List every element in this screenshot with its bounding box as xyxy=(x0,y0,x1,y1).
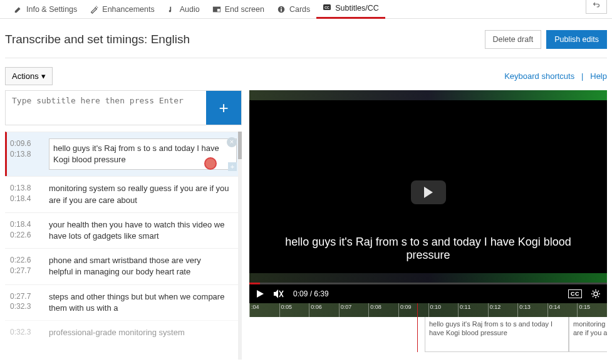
timeline-tick: 0:08 xyxy=(368,303,381,317)
subtitle-times: 0:32.3 xyxy=(10,327,41,338)
timeline-tick: 0:10 xyxy=(428,303,442,317)
delete-subtitle-button[interactable]: × xyxy=(227,137,237,147)
timeline-ruler[interactable]: :040:050:060:070:080:090:100:110:120:130… xyxy=(249,303,607,317)
revert-arrow-icon xyxy=(591,1,601,9)
timeline-segment[interactable]: hello guys it's Raj from s to s and toda… xyxy=(425,317,569,352)
video-controls: 0:09 / 6:39 CC xyxy=(249,284,607,303)
cc-toggle-button[interactable]: CC xyxy=(568,289,582,298)
plus-small-icon: + xyxy=(231,162,234,172)
timeline-tick: :04 xyxy=(249,303,259,317)
plus-icon: + xyxy=(219,98,228,118)
editor-tabs: Info & Settings Enhancements Audio End s… xyxy=(0,0,612,19)
timeline-tick: 0:12 xyxy=(488,303,501,317)
subtitle-text: professional-grade monitoring system xyxy=(49,327,237,338)
toolbar-row: Actions ▾ Keyboard shortcuts | Help xyxy=(0,58,612,90)
keyboard-shortcuts-link[interactable]: Keyboard shortcuts xyxy=(504,71,574,81)
subtitle-times: 0:18.40:22.6 xyxy=(10,219,41,242)
endscreen-icon xyxy=(212,5,221,14)
tab-info-settings[interactable]: Info & Settings xyxy=(8,0,83,19)
svg-text:CC: CC xyxy=(324,6,329,9)
subtitle-times: 0:27.70:32.3 xyxy=(10,291,41,314)
svg-rect-1 xyxy=(217,9,220,11)
subtitle-item[interactable]: 0:22.60:27.7 phone and smart wristband t… xyxy=(5,248,242,284)
tab-label: Audio xyxy=(180,5,200,14)
tab-label: Info & Settings xyxy=(26,5,77,14)
tab-enhancements[interactable]: Enhancements xyxy=(83,0,160,19)
tab-label: Cards xyxy=(289,5,310,14)
subtitle-text: steps and other things but but when we c… xyxy=(49,291,237,314)
subtitle-times: 0:09.6 0:13.8 xyxy=(10,138,41,170)
subtitle-text: your health then you have to watch this … xyxy=(49,219,237,242)
tab-audio[interactable]: Audio xyxy=(161,0,206,19)
actions-label: Actions xyxy=(12,71,39,81)
subtitle-item[interactable]: 0:13.80:18.4 monitoring system so really… xyxy=(5,176,242,212)
subtitle-times: 0:22.60:27.7 xyxy=(10,255,41,278)
revert-button[interactable] xyxy=(586,0,607,14)
play-icon xyxy=(424,187,433,198)
timeline-tick: 0:11 xyxy=(458,303,471,317)
timeline-tick: 0:13 xyxy=(517,303,531,317)
actions-dropdown[interactable]: Actions ▾ xyxy=(5,67,53,85)
note-icon xyxy=(167,5,176,14)
tab-end-screen[interactable]: End screen xyxy=(206,0,271,19)
timeline-segments: hello guys it's Raj from s to s and toda… xyxy=(249,317,607,352)
subtitle-item[interactable]: 0:27.70:32.3 steps and other things but … xyxy=(5,284,242,320)
timeline[interactable]: :040:050:060:070:080:090:100:110:120:130… xyxy=(249,303,607,352)
tab-label: Subtitles/CC xyxy=(335,4,378,13)
timeline-tick: 0:14 xyxy=(547,303,561,317)
close-icon: × xyxy=(230,137,234,147)
settings-button[interactable] xyxy=(591,289,601,299)
scrollbar-thumb[interactable] xyxy=(238,132,242,159)
svg-rect-4 xyxy=(281,7,282,8)
publish-edits-button[interactable]: Publish edits xyxy=(546,30,607,49)
timeline-playhead[interactable] xyxy=(417,303,418,352)
subtitle-item[interactable]: 0:18.40:22.6 your health then you have t… xyxy=(5,212,242,248)
insert-subtitle-button[interactable]: + xyxy=(228,162,237,171)
subtitle-text: phone and smart wristband those are very… xyxy=(49,255,237,278)
subtitle-times: 0:13.80:18.4 xyxy=(10,183,41,205)
help-link[interactable]: Help xyxy=(590,71,607,81)
video-time: 0:09 / 6:39 xyxy=(293,289,329,298)
timeline-tick: 0:07 xyxy=(339,303,352,317)
subtitle-panel: + 0:09.6 0:13.8 hello guys it's Raj from… xyxy=(5,90,242,360)
tab-label: End screen xyxy=(225,5,264,14)
caption-overlay: hello guys it's Raj from s to s and toda… xyxy=(249,236,607,262)
delete-draft-button[interactable]: Delete draft xyxy=(485,30,542,49)
timeline-tick: 0:15 xyxy=(577,303,590,317)
pencil-icon xyxy=(14,5,23,14)
svg-point-7 xyxy=(594,292,598,296)
timeline-segment[interactable]: monitoring s are if you are xyxy=(569,317,607,352)
video-player[interactable]: hello guys it's Raj from s to s and toda… xyxy=(249,90,607,303)
subtitle-text: monitoring system so really guess if you… xyxy=(49,183,237,205)
page-title: Transcribe and set timings: English xyxy=(5,33,190,46)
mute-button[interactable] xyxy=(273,289,284,299)
add-subtitle-button[interactable]: + xyxy=(206,91,241,125)
timeline-tick: 0:06 xyxy=(309,303,322,317)
play-button[interactable] xyxy=(256,289,264,298)
content-area: + 0:09.6 0:13.8 hello guys it's Raj from… xyxy=(0,90,612,360)
video-frame-blur xyxy=(249,90,607,100)
subtitle-item[interactable]: 0:32.3 professional-grade monitoring sys… xyxy=(5,320,242,345)
help-links: Keyboard shortcuts | Help xyxy=(504,71,607,81)
video-panel: hello guys it's Raj from s to s and toda… xyxy=(249,90,607,360)
scrollbar[interactable] xyxy=(238,132,242,360)
subtitle-input-row: + xyxy=(5,90,242,125)
tab-subtitles-cc[interactable]: CC Subtitles/CC xyxy=(316,0,385,19)
play-center-button[interactable] xyxy=(411,180,446,204)
caret-down-icon: ▾ xyxy=(41,71,46,81)
title-bar: Transcribe and set timings: English Dele… xyxy=(0,19,612,58)
subtitle-list: 0:09.6 0:13.8 hello guys it's Raj from s… xyxy=(5,132,242,360)
tab-cards[interactable]: Cards xyxy=(271,0,316,19)
info-icon xyxy=(277,5,286,14)
title-actions: Delete draft Publish edits xyxy=(485,30,608,49)
wand-icon xyxy=(90,5,98,14)
timeline-tick: 0:09 xyxy=(398,303,412,317)
cc-icon: CC xyxy=(323,4,331,13)
subtitle-input[interactable] xyxy=(6,91,206,125)
svg-rect-3 xyxy=(281,9,282,11)
tab-label: Enhancements xyxy=(102,5,154,14)
subtitle-item[interactable]: 0:09.6 0:13.8 hello guys it's Raj from s… xyxy=(5,132,242,176)
timeline-tick: 0:05 xyxy=(279,303,293,317)
